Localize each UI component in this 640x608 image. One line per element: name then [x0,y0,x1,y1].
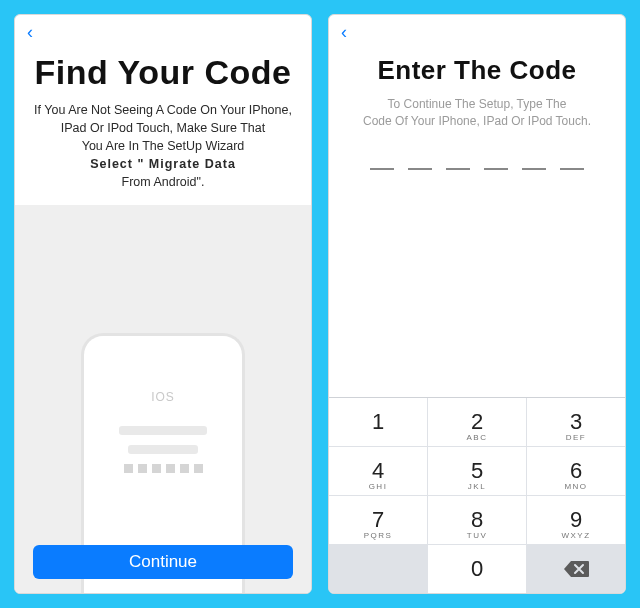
key-main: 2 [471,409,483,435]
numeric-keypad: 1 2 ABC 3 DEF 4 GHI 5 JKL 6 MNO 7 PQRS 8 [329,397,625,593]
key-main: 5 [471,458,483,484]
continue-button[interactable]: Continue [33,545,293,579]
keypad-key-7[interactable]: 7 PQRS [329,496,427,544]
code-slot [370,166,394,170]
desc-line: If You Are Not Seeing A Code On Your IPh… [34,103,292,117]
continue-wrap: Continue [33,545,293,579]
key-main: 1 [372,409,384,435]
key-sub: JKL [468,482,486,491]
key-main: 9 [570,507,582,533]
page-title: Enter The Code [343,55,611,86]
desc-line: You Are In The SetUp Wizard [82,139,245,153]
key-sub: WXYZ [561,531,590,540]
screen-enter-code: ‹ Enter The Code To Continue The Setup, … [328,14,626,594]
key-main: 4 [372,458,384,484]
key-sub: MNO [564,482,587,491]
code-slot [408,166,432,170]
code-slot [560,166,584,170]
keypad-key-2[interactable]: 2 ABC [428,398,526,446]
keypad-key-6[interactable]: 6 MNO [527,447,625,495]
keypad-key-3[interactable]: 3 DEF [527,398,625,446]
key-main: 0 [471,556,483,582]
topbar: ‹ [329,15,625,49]
content: Find Your Code If You Are Not Seeing A C… [15,49,311,191]
desc-line: From Android". [122,175,205,189]
desc-select: Select " Migrate Data [90,157,236,171]
desc-line: Code Of Your IPhone, IPad Or IPod Touch. [363,114,591,128]
screen-find-code: ‹ Find Your Code If You Are Not Seeing A… [14,14,312,594]
mock-code-dots [84,464,242,473]
mock-bar [119,426,207,435]
keypad-key-0[interactable]: 0 [428,545,526,593]
key-sub: ABC [467,433,488,442]
desc-line: To Continue The Setup, Type The [388,97,567,111]
desc-line: IPad Or IPod Touch, Make Sure That [61,121,266,135]
keypad-key-8[interactable]: 8 TUV [428,496,526,544]
back-chevron-icon[interactable]: ‹ [341,23,347,41]
key-sub: DEF [566,433,587,442]
code-slot [522,166,546,170]
keypad-key-blank [329,545,427,593]
code-slot [446,166,470,170]
code-slot [484,166,508,170]
backspace-icon [563,560,589,578]
key-main: 8 [471,507,483,533]
key-main: 3 [570,409,582,435]
illustration-area: IOS [15,205,311,593]
keypad-key-1[interactable]: 1 [329,398,427,446]
keypad-key-9[interactable]: 9 WXYZ [527,496,625,544]
back-chevron-icon[interactable]: ‹ [27,23,33,41]
key-main: 7 [372,507,384,533]
keypad-key-5[interactable]: 5 JKL [428,447,526,495]
page-title: Find Your Code [31,55,295,91]
description: If You Are Not Seeing A Code On Your IPh… [31,101,295,192]
description: To Continue The Setup, Type The Code Of … [343,96,611,130]
key-main: 6 [570,458,582,484]
mock-phone-label: IOS [84,390,242,404]
code-input-slots[interactable] [343,166,611,170]
keypad-key-backspace[interactable] [527,545,625,593]
content: Enter The Code To Continue The Setup, Ty… [329,49,625,170]
keypad-key-4[interactable]: 4 GHI [329,447,427,495]
mock-bar [128,445,198,454]
key-sub: GHI [369,482,388,491]
key-sub: PQRS [364,531,393,540]
topbar: ‹ [15,15,311,49]
key-sub: TUV [467,531,488,540]
